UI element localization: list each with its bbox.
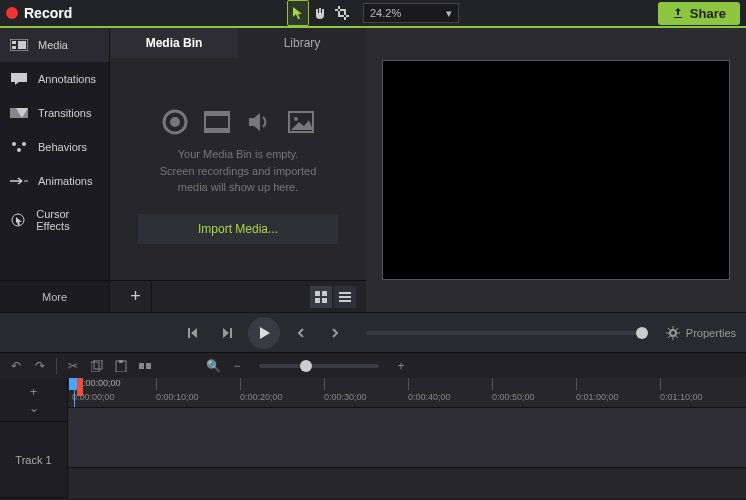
timeline-ruler[interactable]: 0:00:00;00 0:00:00;000:00:10;000:00:20;0… <box>68 378 746 408</box>
empty-text-line: Your Media Bin is empty. <box>160 146 317 163</box>
playhead[interactable] <box>74 378 75 407</box>
zoom-in-button[interactable]: + <box>391 356 411 376</box>
next-frame-button[interactable] <box>214 320 240 346</box>
track-lane-1[interactable] <box>68 408 746 468</box>
media-icon <box>10 38 28 52</box>
sidebar-item-animations[interactable]: Animations <box>0 164 109 198</box>
svg-point-7 <box>22 142 26 146</box>
sidebar-item-media[interactable]: Media <box>0 28 109 62</box>
share-button[interactable]: Share <box>658 2 740 25</box>
chevron-right-icon <box>328 326 342 340</box>
play-button[interactable] <box>248 317 280 349</box>
svg-point-16 <box>294 117 298 121</box>
minus-icon: − <box>233 359 240 373</box>
plus-icon: + <box>397 359 404 373</box>
pointer-icon <box>291 6 305 20</box>
properties-label: Properties <box>686 327 736 339</box>
behaviors-icon <box>10 140 28 154</box>
more-label: More <box>42 291 67 303</box>
current-time-readout: 0:00:00;00 <box>78 378 121 388</box>
track-label: Track 1 <box>15 454 51 466</box>
cursor-effects-icon <box>10 213 26 227</box>
svg-rect-13 <box>205 112 229 116</box>
scrubber-handle[interactable] <box>636 327 648 339</box>
list-view-toggle[interactable] <box>334 286 356 308</box>
gear-icon <box>666 326 680 340</box>
cut-button[interactable]: ✂ <box>63 356 83 376</box>
empty-text-line: Screen recordings and imported <box>160 163 317 180</box>
properties-button[interactable]: Properties <box>666 326 736 340</box>
grid-icon <box>315 291 327 303</box>
canvas-zoom-dropdown[interactable]: 24.2% ▾ <box>363 3 459 23</box>
crop-tool[interactable] <box>331 0 353 26</box>
sidebar-item-transitions[interactable]: Transitions <box>0 96 109 130</box>
sidebar-item-label: Behaviors <box>38 141 87 153</box>
sidebar-item-behaviors[interactable]: Behaviors <box>0 130 109 164</box>
sidebar-item-label: Cursor Effects <box>36 208 99 232</box>
redo-icon: ↷ <box>35 359 45 373</box>
svg-rect-4 <box>11 73 27 82</box>
sidebar-item-label: Animations <box>38 175 92 187</box>
svg-rect-20 <box>322 298 327 303</box>
prev-frame-button[interactable] <box>180 320 206 346</box>
grid-view-toggle[interactable] <box>310 286 332 308</box>
film-icon <box>203 108 231 136</box>
redo-button[interactable]: ↷ <box>30 356 50 376</box>
undo-button[interactable]: ↶ <box>6 356 26 376</box>
ruler-tick: 0:00:30;00 <box>324 392 367 402</box>
copy-button[interactable] <box>87 356 107 376</box>
record-label: Record <box>24 5 72 21</box>
svg-point-8 <box>17 148 21 152</box>
chevron-down-icon: ▾ <box>446 7 452 20</box>
tab-media-bin[interactable]: Media Bin <box>110 28 238 58</box>
svg-rect-19 <box>315 298 320 303</box>
paste-icon <box>115 360 127 372</box>
record-circle-icon <box>161 108 189 136</box>
pan-tool[interactable] <box>309 0 331 26</box>
empty-bin-icons <box>161 108 315 136</box>
timeline-zoom-slider[interactable] <box>259 364 379 368</box>
ruler-tick: 0:00:40;00 <box>408 392 451 402</box>
prev-marker-button[interactable] <box>288 320 314 346</box>
record-dot-icon <box>6 7 18 19</box>
step-forward-icon <box>220 326 234 340</box>
tab-library[interactable]: Library <box>238 28 366 58</box>
sidebar-item-label: Annotations <box>38 73 96 85</box>
preview-canvas[interactable] <box>382 60 730 280</box>
sidebar-item-annotations[interactable]: Annotations <box>0 62 109 96</box>
svg-rect-18 <box>322 291 327 296</box>
track-header-1[interactable]: Track 1 <box>0 422 67 498</box>
collapse-tracks-button[interactable]: ⌄ <box>25 401 43 415</box>
import-label: Import Media... <box>198 222 278 236</box>
split-icon <box>139 360 151 372</box>
svg-point-11 <box>170 117 180 127</box>
zoom-slider-handle[interactable] <box>300 360 312 372</box>
split-button[interactable] <box>135 356 155 376</box>
share-label: Share <box>690 6 726 21</box>
magnifier-icon: 🔍 <box>206 359 221 373</box>
record-button[interactable]: Record <box>6 5 72 21</box>
select-tool[interactable] <box>287 0 309 26</box>
sidebar-item-cursor-effects[interactable]: Cursor Effects <box>0 198 109 242</box>
svg-rect-2 <box>12 46 16 49</box>
paste-button[interactable] <box>111 356 131 376</box>
svg-rect-21 <box>339 292 351 294</box>
sidebar-more-button[interactable]: More <box>0 280 109 312</box>
svg-rect-14 <box>205 128 229 132</box>
zoom-out-button[interactable]: − <box>227 356 247 376</box>
copy-icon <box>91 360 103 372</box>
ruler-tick: 0:01:00;00 <box>576 392 619 402</box>
add-media-button[interactable]: + <box>120 281 152 313</box>
svg-rect-1 <box>12 41 16 44</box>
playback-scrubber[interactable] <box>366 331 648 335</box>
next-marker-button[interactable] <box>322 320 348 346</box>
zoom-search-button[interactable]: 🔍 <box>203 356 223 376</box>
svg-rect-17 <box>315 291 320 296</box>
import-media-button[interactable]: Import Media... <box>138 214 338 244</box>
image-icon <box>287 108 315 136</box>
upload-icon <box>672 7 684 19</box>
ruler-tick: 0:00:10;00 <box>156 392 199 402</box>
audio-icon <box>245 108 273 136</box>
add-track-button[interactable]: + <box>25 385 43 399</box>
svg-rect-26 <box>94 360 102 369</box>
